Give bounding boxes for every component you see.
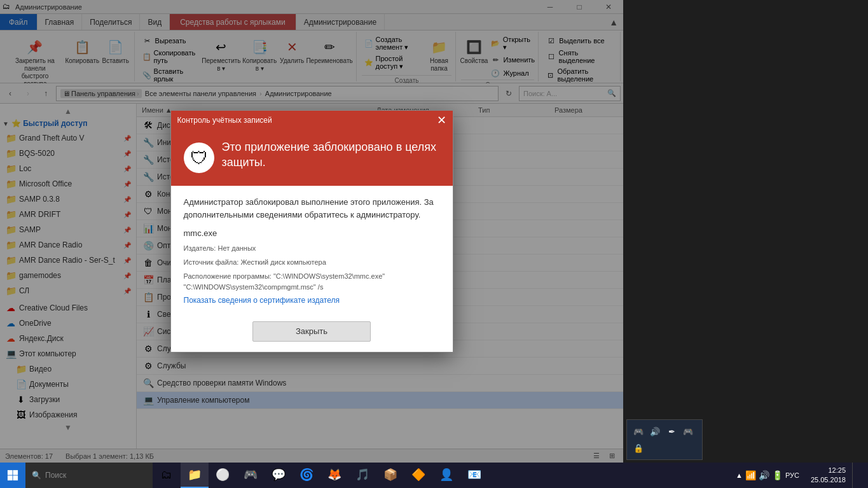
svg-rect-3 — [13, 475, 18, 480]
taskbar-app-filezilla[interactable]: 📦 — [376, 463, 404, 488]
dialog-publisher: Издатель: Нет данных — [184, 243, 440, 254]
clock-time: 12:25 — [811, 466, 846, 475]
systray-steam-icon[interactable]: 🎮 — [632, 425, 645, 438]
systray-icon2[interactable]: 🎮 — [682, 425, 694, 438]
dialog-header: 🛡 Это приложение заблокировано в целях з… — [171, 130, 453, 186]
systray-network-icon[interactable]: 📶 — [745, 470, 756, 480]
svg-rect-2 — [8, 475, 13, 480]
dialog-location: Расположение программы: "C:\WINDOWS\syst… — [184, 271, 440, 293]
uac-dialog: Контроль учётных записей ✕ 🛡 Это приложе… — [170, 110, 453, 352]
search-placeholder: Поиск — [45, 471, 66, 480]
location-label: Расположение программы: — [184, 272, 272, 280]
taskbar-search[interactable]: 🔍 Поиск — [25, 463, 153, 488]
taskbar-app-taskview[interactable]: 🗂 — [153, 463, 181, 488]
publisher-label: Издатель: — [184, 244, 216, 252]
taskbar-app-app3[interactable]: 👤 — [432, 463, 460, 488]
taskbar-app-explorer[interactable]: 📁 — [181, 463, 209, 488]
dialog-close-icon[interactable]: ✕ — [437, 115, 446, 126]
clock-date: 25.05.2018 — [811, 475, 846, 485]
taskbar-app-outlook[interactable]: 📧 — [460, 463, 488, 488]
taskbar-systray: ▲ 📶 🔊 🔋 РУС — [731, 470, 804, 480]
systray-arrow[interactable]: ▲ — [736, 471, 743, 479]
dialog-filename: mmc.exe — [184, 228, 440, 238]
svg-rect-0 — [8, 470, 13, 475]
dialog-close-btn[interactable]: Закрыть — [252, 321, 371, 342]
systray-pen-icon[interactable]: ✒ — [665, 425, 678, 438]
show-desktop-btn[interactable] — [852, 463, 865, 488]
dialog-body: Администратор заблокировал выполнение эт… — [171, 186, 453, 314]
taskbar-app-steam[interactable]: 🎮 — [237, 463, 265, 488]
dialog-overlay: Контроль учётных записей ✕ 🛡 Это приложе… — [0, 0, 623, 463]
dialog-source: Источник файла: Жесткий диск компьютера — [184, 257, 440, 268]
taskbar-app-app2[interactable]: 🔶 — [404, 463, 432, 488]
dialog-title: Контроль учётных записей — [177, 116, 272, 125]
systray-popup: 🎮 🔊 ✒ 🎮 🔒 — [626, 419, 703, 460]
source-label: Источник файла: — [184, 258, 239, 266]
uac-shield-icon: 🛡 — [184, 143, 214, 173]
taskbar-clock[interactable]: 12:25 25.05.2018 — [804, 466, 852, 485]
taskbar-app-edge[interactable]: 🌀 — [293, 463, 320, 488]
systray-audio-icon[interactable]: 🔊 — [649, 425, 661, 438]
dialog-titlebar: Контроль учётных записей ✕ — [171, 111, 453, 130]
dialog-body-text: Администратор заблокировал выполнение эт… — [184, 196, 440, 221]
source-value: Жесткий диск компьютера — [240, 258, 326, 266]
systray-battery-icon[interactable]: 🔋 — [772, 470, 783, 480]
taskbar-app-firefox[interactable]: 🦊 — [320, 463, 348, 488]
main-window: 🗂 Администрирование ─ □ ✕ Файл Главная П… — [0, 0, 623, 463]
publisher-value: Нет данных — [217, 244, 256, 252]
taskbar-app-app1[interactable]: ⚪ — [209, 463, 237, 488]
dialog-cert-link[interactable]: Показать сведения о сертификате издателя — [184, 296, 340, 305]
taskbar-app-media[interactable]: 🎵 — [348, 463, 376, 488]
taskbar-apps: 🗂 📁 ⚪ 🎮 💬 🌀 🦊 🎵 📦 🔶 👤 📧 — [153, 463, 488, 488]
taskbar: 🔍 Поиск 🗂 📁 ⚪ 🎮 💬 🌀 🦊 🎵 📦 🔶 👤 📧 🎮 🔊 ✒ 🎮 … — [0, 463, 868, 488]
start-button[interactable] — [0, 463, 25, 488]
svg-rect-1 — [13, 470, 18, 475]
dialog-footer: Закрыть — [171, 315, 453, 352]
taskbar-right: 🎮 🔊 ✒ 🎮 🔒 ▲ 📶 🔊 🔋 РУС 12:25 25.05.2018 — [731, 463, 868, 488]
taskbar-app-skype[interactable]: 💬 — [265, 463, 293, 488]
systray-sound-icon[interactable]: 🔊 — [759, 470, 769, 480]
windows-logo-icon — [7, 470, 18, 481]
dialog-header-text: Это приложение заблокировано в целях защ… — [222, 140, 440, 170]
systray-lang[interactable]: РУС — [785, 471, 799, 479]
search-icon: 🔍 — [32, 471, 41, 480]
systray-lock-icon[interactable]: 🔒 — [632, 442, 645, 454]
